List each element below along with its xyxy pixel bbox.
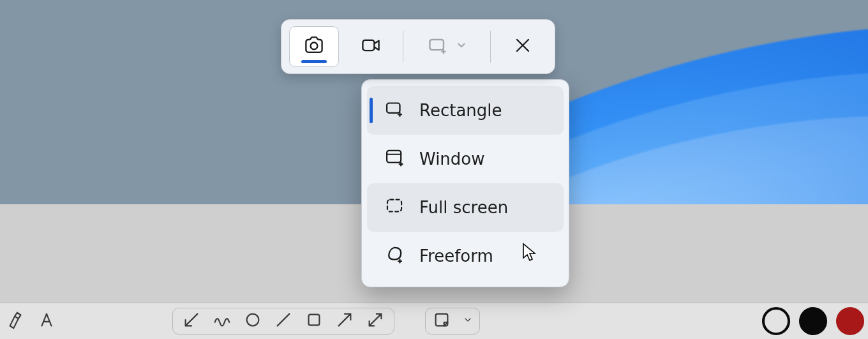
menu-item-label: Window	[419, 149, 485, 169]
shape-mode-dropdown-button[interactable]	[411, 27, 483, 66]
tool-group-shapes	[172, 308, 394, 335]
svg-rect-5	[430, 40, 444, 50]
menu-item-label: Rectangle	[419, 101, 502, 120]
mouse-cursor	[522, 243, 537, 262]
svg-point-0	[247, 314, 259, 326]
window-add-icon	[384, 146, 405, 172]
color-swatch-row	[762, 307, 864, 335]
menu-item-fullscreen[interactable]: Full screen	[367, 183, 564, 232]
color-swatch-black[interactable]	[799, 307, 827, 335]
screenshot-mode-button[interactable]	[289, 26, 339, 67]
camera-icon	[303, 34, 326, 59]
chevron-down-icon[interactable]	[463, 315, 473, 328]
wave-icon[interactable]	[213, 310, 232, 332]
arrow-down-left-icon[interactable]	[182, 310, 201, 332]
rectangle-add-icon	[426, 34, 449, 59]
svg-rect-4	[363, 40, 374, 50]
square-icon[interactable]	[304, 310, 324, 332]
menu-item-label: Full screen	[419, 198, 508, 217]
video-icon	[359, 34, 382, 59]
svg-rect-1	[309, 315, 320, 326]
svg-rect-6	[387, 103, 400, 113]
snip-shape-menu: Rectangle Window Full screen Freeform	[361, 79, 569, 287]
text-icon[interactable]	[37, 310, 56, 332]
snipping-toolbar	[281, 19, 555, 74]
color-swatch-selected[interactable]	[762, 307, 790, 335]
rectangle-add-icon	[384, 98, 405, 123]
menu-item-window[interactable]: Window	[367, 135, 564, 183]
arrow-up-right-icon[interactable]	[335, 310, 354, 332]
svg-rect-7	[387, 151, 401, 163]
menu-item-rectangle[interactable]: Rectangle	[367, 86, 564, 135]
marker-icon[interactable]	[6, 310, 26, 332]
annotation-toolbar	[0, 303, 868, 339]
toolbar-divider	[403, 31, 403, 63]
circle-icon[interactable]	[243, 310, 262, 332]
video-mode-button[interactable]	[347, 27, 395, 66]
freeform-icon	[384, 243, 405, 269]
tool-group-left	[6, 308, 65, 335]
menu-item-label: Freeform	[419, 246, 493, 266]
double-arrow-icon[interactable]	[366, 310, 385, 332]
close-icon	[511, 34, 534, 59]
color-swatch-red[interactable]	[836, 307, 864, 335]
svg-point-3	[311, 43, 318, 50]
toolbar-divider	[490, 31, 491, 63]
chevron-down-icon	[456, 40, 467, 54]
fullscreen-icon	[384, 195, 405, 220]
note-icon[interactable]	[432, 310, 451, 332]
line-icon[interactable]	[274, 310, 293, 332]
close-button[interactable]	[498, 27, 547, 66]
svg-rect-8	[387, 200, 401, 212]
tool-group-note	[425, 308, 480, 335]
